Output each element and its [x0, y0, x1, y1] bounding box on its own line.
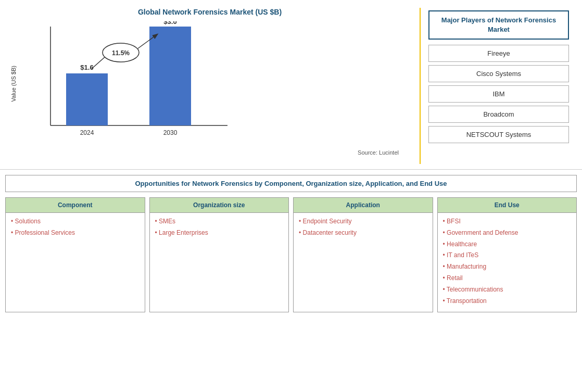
player-netscout: NETSCOUT Systems	[428, 126, 569, 143]
enduse-item-manufacturing: Manufacturing	[443, 262, 572, 271]
enduse-item-transportation: Transportation	[443, 297, 572, 306]
y-axis-label: Value (US $B)	[10, 66, 17, 102]
enduse-item-it: IT and ITeS	[443, 251, 572, 260]
orgsize-body: SMEs Large Enterprises	[150, 213, 289, 312]
player-broadcom: Broadcom	[428, 106, 569, 123]
application-header: Application	[294, 198, 433, 213]
opportunities-grid: Component Solutions Professional Service…	[5, 197, 577, 312]
component-item-solutions: Solutions	[11, 217, 140, 226]
orgsize-header: Organization size	[150, 198, 289, 213]
bar-2030	[149, 27, 191, 125]
component-header: Component	[6, 198, 145, 213]
bar2-value-label: $3.0	[163, 21, 176, 26]
enduse-item-government: Government and Defense	[443, 229, 572, 237]
application-column: Application Endpoint Security Datacenter…	[293, 197, 433, 312]
source-text: Source: Lucintel	[10, 149, 409, 156]
growth-annotation-text: 11.5%	[112, 49, 130, 57]
player-ibm: IBM	[428, 85, 569, 103]
application-item-endpoint: Endpoint Security	[299, 217, 427, 226]
bar1-year-label: 2024	[80, 129, 94, 136]
orgsize-item-large: Large Enterprises	[155, 229, 284, 237]
player-cisco: Cisco Systems	[428, 65, 569, 82]
chart-inner: Value (US $B) $1.6 2024 $3	[10, 21, 409, 146]
main-container: Global Network Forensics Market (US $B) …	[0, 0, 582, 392]
enduse-header: End Use	[438, 198, 577, 213]
component-column: Component Solutions Professional Service…	[5, 197, 145, 312]
enduse-item-retail: Retail	[443, 274, 572, 283]
bar2-year-label: 2030	[163, 129, 178, 136]
component-body: Solutions Professional Services	[6, 213, 145, 312]
application-item-datacenter: Datacenter security	[299, 229, 427, 237]
top-section: Global Network Forensics Market (US $B) …	[0, 0, 582, 170]
enduse-body: BFSI Government and Defense Healthcare I…	[438, 213, 577, 312]
bottom-section: Opportunities for Network Forensics by C…	[0, 170, 582, 392]
component-item-professional: Professional Services	[11, 229, 140, 237]
enduse-item-telecom: Telecommunications	[443, 285, 572, 294]
application-body: Endpoint Security Datacenter security	[294, 213, 433, 312]
chart-title: Global Network Forensics Market (US $B)	[138, 8, 282, 16]
bar-2024	[66, 73, 108, 125]
orgsize-item-smes: SMEs	[155, 217, 284, 226]
bar1-value-label: $1.6	[80, 64, 93, 71]
right-panel: Major Players of Network Forensics Marke…	[421, 5, 577, 167]
orgsize-column: Organization size SMEs Large Enterprises	[149, 197, 289, 312]
enduse-item-healthcare: Healthcare	[443, 240, 572, 249]
arrow-line2	[91, 57, 105, 69]
enduse-column: End Use BFSI Government and Defense Heal…	[437, 197, 577, 312]
opportunities-title: Opportunities for Network Forensics by C…	[5, 175, 577, 192]
chart-area: Global Network Forensics Market (US $B) …	[5, 5, 420, 167]
enduse-item-bfsi: BFSI	[443, 217, 572, 226]
player-fireeye: Fireeye	[428, 45, 569, 62]
chart-content: $1.6 2024 $3.0 2030 11.5%	[19, 21, 409, 146]
chart-svg: $1.6 2024 $3.0 2030 11.5%	[19, 21, 238, 146]
major-players-title: Major Players of Network Forensics Marke…	[428, 10, 569, 40]
